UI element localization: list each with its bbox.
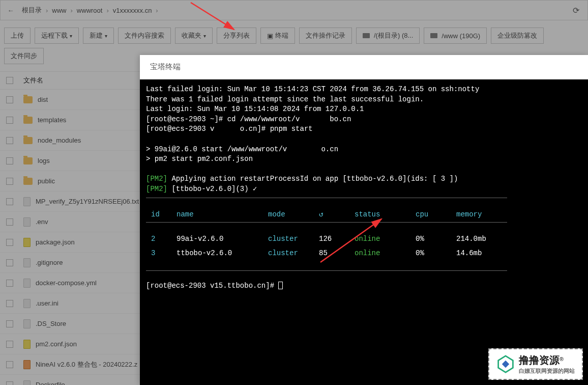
pm2-table: idnamemode↺statuscpumemory 299ai-v2.6.0c… [146, 198, 507, 271]
th-name: name [171, 208, 263, 222]
th-cpu: cpu [410, 208, 451, 222]
watermark: 撸撸资源® 白嫖互联网资源的网站 [488, 348, 583, 380]
watermark-logo-icon [496, 355, 515, 373]
watermark-text: 撸撸资源® 白嫖互联网资源的网站 [519, 353, 575, 375]
terminal-cursor [278, 282, 283, 289]
terminal-output[interactable]: Last failed login: Sun Mar 10 15:14:23 C… [140, 79, 588, 385]
th-status: status [349, 208, 410, 222]
th-id: id [146, 208, 171, 222]
terminal-modal: 宝塔终端 Last failed login: Sun Mar 10 15:14… [140, 55, 588, 385]
pm2-row: 3ttbobo-v2.6.0cluster85online0%14.6mb [146, 246, 507, 261]
th-memory: memory [451, 208, 502, 222]
pm2-row: 299ai-v2.6.0cluster126online0%214.0mb [146, 232, 507, 246]
terminal-title: 宝塔终端 [140, 55, 588, 79]
th-restart: ↺ [314, 208, 349, 222]
th-mode: mode [263, 208, 314, 222]
